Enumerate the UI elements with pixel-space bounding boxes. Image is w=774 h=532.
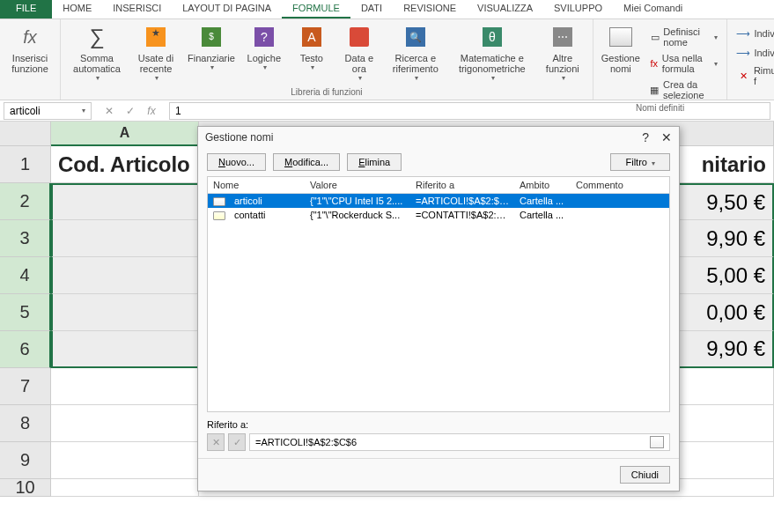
tab-file[interactable]: FILE: [0, 0, 52, 18]
text-icon: A: [298, 23, 326, 51]
fx-icon: fx: [16, 23, 44, 51]
cell-a3[interactable]: [51, 220, 199, 257]
accept-formula-button[interactable]: ✓: [123, 104, 137, 118]
gestione-nomi-label: Gestione nomi: [600, 53, 642, 74]
formula-value: 1: [175, 105, 181, 117]
tab-home[interactable]: HOME: [52, 0, 102, 18]
ricerca-button[interactable]: 🔍 Ricerca e riferimento▾: [385, 21, 446, 84]
row-header-7[interactable]: 7: [0, 368, 51, 405]
cell-a4[interactable]: [51, 257, 199, 294]
tab-sviluppo[interactable]: SVILUPPO: [543, 0, 613, 18]
tab-miei-comandi[interactable]: Miei Comandi: [613, 0, 693, 18]
inserisci-funzione-label: Inserisci funzione: [9, 53, 51, 74]
row-header-6[interactable]: 6: [0, 331, 51, 368]
header-commento[interactable]: Commento: [571, 177, 669, 193]
tab-inserisci[interactable]: INSERISCI: [102, 0, 172, 18]
cell-a7[interactable]: [51, 368, 199, 405]
use-formula-icon: fx: [650, 56, 659, 70]
tab-revisione[interactable]: REVISIONE: [393, 0, 467, 18]
individua-button[interactable]: ⟶ Individua: [733, 25, 774, 42]
tab-layout[interactable]: LAYOUT DI PAGINA: [172, 0, 282, 18]
row-riferito: =CONTATTI!$A$2:$...: [410, 209, 514, 221]
range-icon: [213, 211, 225, 220]
definisci-nome-button[interactable]: ▭ Definisci nome ▾: [646, 25, 722, 49]
row-header-10[interactable]: 10: [0, 479, 51, 497]
modifica-button[interactable]: Modifica...: [273, 153, 340, 171]
cell-a10[interactable]: [51, 479, 199, 497]
chevron-down-icon: ▾: [415, 74, 418, 82]
list-row-articoli[interactable]: articoli {"1"\"CPU Intel I5 2.... =ARTIC…: [208, 194, 669, 208]
money-icon: $: [197, 23, 225, 51]
gestione-nomi-button[interactable]: Gestione nomi: [599, 21, 643, 76]
header-riferito[interactable]: Riferito a: [410, 177, 514, 193]
refersto-value: =ARTICOLI!$A$2:$C$6: [255, 437, 357, 447]
row-header-3[interactable]: 3: [0, 220, 51, 257]
ribbon-group-libreria: ∑ Somma automatica▾ ★ Usate di recente▾ …: [61, 19, 593, 100]
cell-a5[interactable]: [51, 294, 199, 331]
header-ambito[interactable]: Ambito: [514, 177, 571, 193]
col-header-a[interactable]: A: [51, 122, 199, 146]
data-ora-button[interactable]: Data e ora▾: [337, 21, 381, 84]
testo-button[interactable]: A Testo▾: [290, 21, 334, 73]
row-header-9[interactable]: 9: [0, 442, 51, 479]
testo-label: Testo: [300, 53, 323, 63]
matematiche-button[interactable]: θ Matematiche e trigonometriche▾: [450, 21, 534, 84]
close-button[interactable]: ✕: [661, 130, 672, 144]
cell-a9[interactable]: [51, 442, 199, 479]
row-header-2[interactable]: 2: [0, 183, 51, 220]
cell-a8[interactable]: [51, 405, 199, 442]
range-picker-button[interactable]: [650, 436, 664, 448]
refersto-row: ✕ ✓ =ARTICOLI!$A$2:$C$6: [198, 433, 679, 458]
cell-a2[interactable]: [51, 183, 199, 220]
tab-visualizza[interactable]: VISUALIZZA: [467, 0, 543, 18]
finanziarie-button[interactable]: $ Finanziarie▾: [184, 21, 239, 73]
header-valore[interactable]: Valore: [305, 177, 410, 193]
filtro-button[interactable]: Filtro ▾: [610, 153, 670, 171]
row-ambito: Cartella ...: [514, 209, 571, 221]
row-header-1[interactable]: 1: [0, 146, 51, 183]
row-nome: contatti: [229, 209, 270, 221]
chiudi-button[interactable]: Chiudi: [620, 466, 670, 484]
list-row-contatti[interactable]: contatti {"1"\"Rockerduck S... =CONTATTI…: [208, 208, 669, 222]
usa-formula-button[interactable]: fx Usa nella formula ▾: [646, 51, 722, 76]
usate-recente-button[interactable]: ★ Usate di recente▾: [131, 21, 181, 84]
chevron-down-icon: ▾: [311, 63, 314, 71]
name-box[interactable]: articoli ▾: [4, 102, 92, 120]
header-nome[interactable]: Nome: [208, 177, 305, 193]
logiche-button[interactable]: ? Logiche▾: [242, 21, 286, 73]
select-all-corner[interactable]: [0, 122, 51, 146]
usa-formula-label: Usa nella formula: [662, 53, 710, 74]
cell-a6[interactable]: [51, 331, 199, 368]
cell-a1[interactable]: Cod. Articolo: [51, 146, 199, 183]
chevron-down-icon: ▾: [652, 159, 655, 167]
dialog-titlebar[interactable]: Gestione nomi ? ✕: [198, 127, 679, 148]
help-button[interactable]: ?: [642, 130, 649, 144]
trace-dep-icon: ⟶: [736, 46, 750, 60]
crea-selezione-button[interactable]: ▦ Crea da selezione: [646, 78, 722, 102]
individua2-button[interactable]: ⟶ Individua: [733, 44, 774, 62]
fx-button[interactable]: fx: [144, 104, 158, 118]
tab-formule[interactable]: FORMULE: [282, 0, 350, 18]
tab-dati[interactable]: DATI: [350, 0, 393, 18]
altre-button[interactable]: ⋯ Altre funzioni▾: [538, 21, 587, 84]
nomi-group-label: Nomi definiti: [599, 102, 722, 114]
refersto-accept-button[interactable]: ✓: [228, 433, 246, 451]
define-name-icon: ▭: [650, 30, 660, 44]
row-header-8[interactable]: 8: [0, 405, 51, 442]
refersto-label: Riferito a:: [198, 412, 679, 433]
logiche-label: Logiche: [247, 53, 282, 63]
inserisci-funzione-button[interactable]: fx Inserisci funzione: [5, 21, 55, 76]
rimuovi-button[interactable]: ✕ Rimuovi f: [733, 63, 774, 88]
elimina-button[interactable]: Elimina: [347, 153, 402, 171]
usate-label: Usate di recente: [135, 53, 177, 74]
cancel-formula-button[interactable]: ✕: [102, 104, 116, 118]
somma-button[interactable]: ∑ Somma automatica▾: [66, 21, 128, 84]
names-list[interactable]: Nome Valore Riferito a Ambito Commento a…: [207, 176, 670, 412]
refersto-input[interactable]: =ARTICOLI!$A$2:$C$6: [249, 433, 670, 451]
nuovo-button[interactable]: Nuovo...: [207, 153, 266, 171]
individua2-label: Individua: [754, 48, 774, 58]
row-header-5[interactable]: 5: [0, 294, 51, 331]
finanziarie-label: Finanziarie: [188, 53, 235, 63]
row-header-4[interactable]: 4: [0, 257, 51, 294]
refersto-cancel-button[interactable]: ✕: [207, 433, 225, 451]
